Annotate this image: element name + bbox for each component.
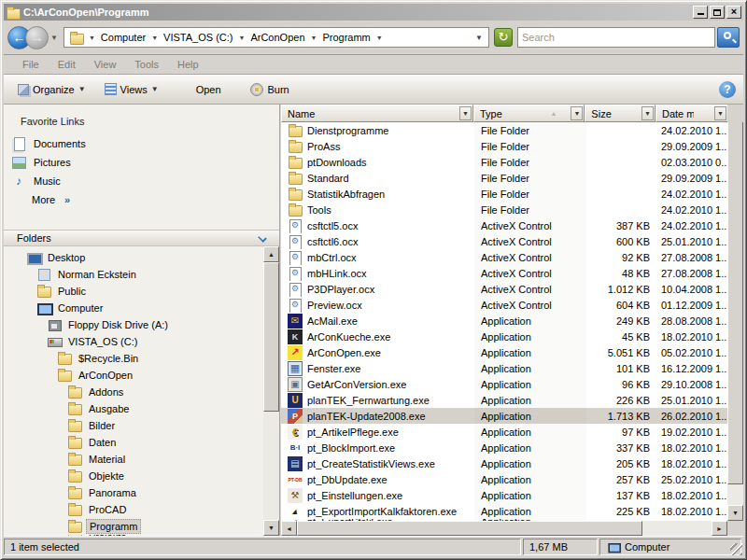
breadcrumb-segment[interactable]: VISTA_OS (C:) ▼ (161, 32, 247, 43)
file-name[interactable]: pt_ArtikelPflege.exe (307, 427, 399, 438)
file-row[interactable]: mbCtrl.ocx ActiveX Control 92 KB 27.08.2… (281, 249, 727, 265)
forward-button[interactable]: → (25, 26, 49, 49)
column-filter-dropdown[interactable]: ▼ (571, 106, 583, 120)
file-row[interactable]: ptDownloads File Folder 02.03.2010 0.. (281, 154, 727, 170)
scrollbar-thumb[interactable] (297, 521, 642, 536)
file-row[interactable]: pt_DbUpdate.exe Application 257 KB 25.02… (281, 471, 727, 487)
file-name[interactable]: Fenster.exe (307, 363, 360, 374)
list-horizontal-scrollbar[interactable]: ◄ ► (281, 521, 727, 536)
tree-item-label[interactable]: ProCAD (86, 503, 129, 516)
resize-grip[interactable] (730, 543, 742, 555)
breadcrumb-label[interactable]: Computer (98, 32, 148, 43)
file-name[interactable]: pt_CreateStatistikViews.exe (307, 458, 435, 469)
menu-item[interactable]: Help (168, 57, 208, 72)
search-input[interactable]: Search (517, 27, 715, 48)
tree-item-label[interactable]: $Recycle.Bin (76, 352, 141, 365)
file-name[interactable]: P3DPlayer.ocx (307, 284, 374, 295)
toolbar-button[interactable]: Open ▼ (171, 78, 239, 101)
file-row[interactable]: planTEK-Update2008.exe Application 1.713… (281, 408, 727, 424)
file-name[interactable]: pt_DbUpdate.exe (307, 474, 388, 485)
tree-item[interactable]: Panorama (4, 484, 263, 501)
tree-item-label[interactable]: Ausgabe (86, 402, 132, 415)
file-row[interactable]: pt_CreateStatistikViews.exe Application … (281, 455, 727, 471)
file-row[interactable]: ArConKueche.exe Application 45 KB 18.02.… (281, 329, 727, 344)
tree-item-label[interactable]: Panorama (86, 486, 139, 499)
tree-item[interactable]: Material (4, 451, 263, 468)
title-bar[interactable]: C:\ArConOpen\Programm × (4, 4, 743, 21)
scroll-right-button[interactable]: ► (712, 521, 727, 536)
file-name[interactable]: pt_Einstellungen.exe (307, 490, 402, 501)
column-header[interactable]: Type ▲ ▼ (473, 105, 585, 122)
minimize-button[interactable] (693, 6, 708, 19)
file-row[interactable]: P3DPlayer.ocx ActiveX Control 1.012 KB 1… (281, 281, 727, 297)
tree-item[interactable]: VISTA_OS (C:) (4, 333, 263, 350)
file-row[interactable]: ArConOpen.exe Application 5.051 KB 05.02… (281, 344, 727, 360)
file-row[interactable]: csftctl5.ocx ActiveX Control 387 KB 24.0… (281, 217, 727, 233)
file-name[interactable]: ArConKueche.exe (307, 331, 390, 343)
toolbar-button[interactable]: Organize ▼ (11, 80, 92, 99)
tree-item[interactable]: Daten (4, 434, 263, 451)
favorite-link[interactable]: Music (4, 172, 279, 190)
chevron-down-icon[interactable]: ▼ (148, 35, 161, 41)
chevron-down-icon[interactable]: ▼ (374, 35, 386, 41)
column-header[interactable]: Name ▲ ▼ (281, 105, 473, 122)
maximize-button[interactable] (710, 6, 725, 19)
file-name[interactable]: AcMail.exe (307, 315, 358, 327)
scroll-down-button[interactable]: ▼ (727, 505, 743, 521)
file-name[interactable]: Tools (307, 204, 331, 216)
more-links[interactable]: More » (4, 190, 279, 209)
tree-item-label[interactable]: Computer (55, 301, 106, 315)
close-button[interactable]: × (726, 6, 741, 19)
tree-item-label[interactable]: Floppy Disk Drive (A:) (65, 318, 171, 331)
address-dropdown-icon[interactable]: ▼ (472, 34, 486, 42)
file-row[interactable]: AcMail.exe Application 249 KB 28.08.2008… (281, 313, 727, 329)
tree-item[interactable]: Norman Eckstein (4, 266, 263, 283)
tree-item-label[interactable]: Bilder (86, 419, 118, 432)
file-name[interactable]: csftctl6.ocx (307, 236, 358, 247)
file-row[interactable]: StatistikAbfragen File Folder 24.02.2010… (281, 186, 727, 202)
tree-item[interactable]: Desktop (4, 249, 263, 266)
breadcrumb-segment[interactable]: Computer ▼ (98, 32, 161, 43)
file-row[interactable]: pt_ArtikelPflege.exe Application 97 KB 1… (281, 424, 727, 440)
file-row[interactable]: GetArConVersion.exe Application 96 KB 29… (281, 376, 727, 392)
chevron-down-icon[interactable]: ▼ (308, 35, 320, 41)
breadcrumb-segment[interactable]: Programm ▼ (319, 32, 385, 43)
column-filter-dropdown[interactable]: ▼ (459, 106, 472, 120)
folders-band[interactable]: Folders (4, 230, 279, 246)
file-name[interactable]: ProAss (307, 141, 340, 152)
file-row[interactable]: Tools File Folder 24.02.2010 1.. (281, 202, 727, 217)
file-name[interactable]: Standard (307, 173, 349, 184)
list-vertical-scrollbar[interactable]: ▲ ▼ (727, 105, 743, 521)
tree-item[interactable]: Ausgabe (4, 400, 263, 417)
tree-item-label[interactable]: Public (55, 285, 89, 298)
file-name[interactable]: Preview.ocx (307, 300, 362, 311)
scroll-up-button[interactable]: ▲ (263, 246, 279, 262)
file-name[interactable]: planTEK_Fernwartung.exe (307, 395, 430, 406)
scrollbar-thumb[interactable] (727, 120, 743, 484)
tree-item-label[interactable]: Addons (86, 385, 126, 399)
tree-item-label[interactable]: Programm (86, 519, 141, 534)
tree-item[interactable]: Bilder (4, 417, 263, 434)
scroll-down-button[interactable]: ▼ (263, 520, 279, 536)
column-header[interactable]: Date modified ▲ ▼ (655, 105, 727, 122)
file-row[interactable]: Fenster.exe Application 101 KB 16.12.200… (281, 360, 727, 376)
breadcrumb-segment[interactable]: ArConOpen ▼ (247, 32, 319, 43)
tree-item-label[interactable]: Daten (86, 436, 119, 449)
favorite-link[interactable]: Documents (4, 134, 279, 153)
menu-item[interactable]: File (13, 57, 49, 72)
tree-item-label[interactable]: Objekte (86, 469, 127, 483)
recent-pages-dropdown[interactable]: ▼ (50, 34, 58, 42)
tree-scrollbar[interactable]: ▲ ▼ (263, 246, 279, 536)
file-name[interactable]: pt_ExportImportKalkfaktoren.exe (307, 506, 457, 517)
file-name[interactable]: ArConOpen.exe (307, 347, 381, 358)
column-header[interactable]: Size ▲ ▼ (585, 105, 655, 122)
file-row[interactable]: Dienstprogramme File Folder 24.02.2010 1… (281, 122, 727, 138)
tree-item[interactable]: Objekte (4, 468, 263, 484)
chevron-down-icon[interactable] (258, 233, 267, 243)
toolbar-button[interactable]: Burn ▼ (244, 79, 306, 100)
file-name[interactable]: ptDownloads (307, 157, 367, 168)
tree-item[interactable]: $Recycle.Bin (4, 350, 263, 367)
file-name[interactable]: planTEK-Update2008.exe (307, 411, 426, 422)
tree-item-label[interactable]: Norman Eckstein (55, 268, 139, 281)
file-name[interactable]: mbHLink.ocx (307, 268, 367, 279)
